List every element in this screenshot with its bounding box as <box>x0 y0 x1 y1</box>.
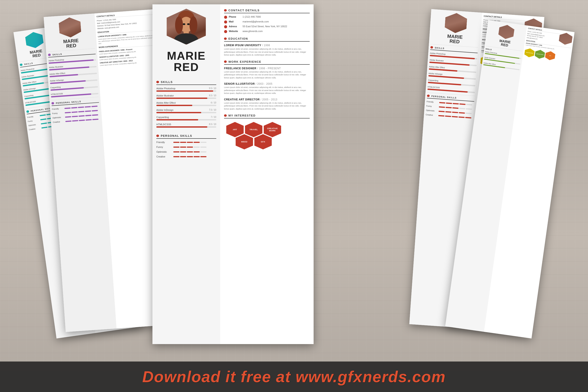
lc-ps-creative: Creative <box>53 120 64 123</box>
address-icon <box>224 25 227 28</box>
ps-row-optimistic: Optimistic <box>156 150 216 153</box>
skill-row-illustrator: Adobe Illustrator 8.5 / 10 <box>156 94 216 99</box>
rc-ps-creative: Creative <box>426 114 437 116</box>
html5-score: 8.5 / 10 <box>209 123 216 126</box>
ps-label-funny: Funny <box>156 146 172 148</box>
copywriting-score: 7 / 10 <box>211 116 216 118</box>
lc-ps-optimistic: Optimistic <box>52 116 64 119</box>
download-prefix: Download it free at <box>142 368 296 386</box>
photoshop-score: 9.5 / 10 <box>209 87 216 90</box>
ps-label-creative: Creative <box>156 155 172 158</box>
indesign-label: Adobe InDesign <box>156 109 173 111</box>
illustrator-score: 8.5 / 10 <box>209 94 216 97</box>
mail-label: Mail <box>229 20 241 23</box>
right-personal-title: PERSONAL SKILLS <box>427 94 474 102</box>
frc-int-2: CREATIVE WORK <box>534 49 545 60</box>
right-card-name: MARIERED <box>431 33 479 46</box>
download-url: www.gfxnerds.com <box>296 368 446 386</box>
skills-section: SKILLS Adobe Photoshop 9.5 / 10 Adobe Il… <box>156 80 216 130</box>
frc-int-1: CREATIVE WORK <box>524 48 535 58</box>
skill-row-photoshop: Adobe Photoshop 9.5 / 10 <box>156 87 216 92</box>
indesign-score: 7.5 / 10 <box>209 109 216 111</box>
phone-value: 1 (212) 446 7000 <box>242 16 261 18</box>
contact-section: CONTACT DETAILS Phone 1 (212) 446 7000 M… <box>224 9 310 33</box>
contact-address-row: Adress 55 East 52nd Street, New York, NY… <box>224 25 310 28</box>
skill-row-indesign: Adobe InDesign 7.5 / 10 <box>156 109 216 113</box>
ps-label-optimistic: Optimistic <box>156 150 172 153</box>
skill-row-html5: HTML5/CSS5 8.5 / 10 <box>156 123 216 128</box>
work-section: WORK EXPERIENCE FREELANCE DESIGNER / 199… <box>224 60 310 111</box>
interests-section: MY INTERESTED ART TRAVEL CREATIVE WORK W… <box>224 114 310 150</box>
address-value: 55 East 52nd Street, New York, NY 10022 <box>242 25 287 28</box>
left-card-name: MARIERED <box>47 37 95 50</box>
work-item-senior: SENIOR ILLUSRTATOR / 2003 - 2005 Lorem i… <box>224 82 310 95</box>
skills-heading: SKILLS <box>156 80 216 85</box>
resume-card-center: MARIE RED SKILLS Adobe Photoshop 9.5 / 1… <box>152 4 314 344</box>
ps-friendly: Friendly <box>27 115 38 118</box>
last-name: RED <box>167 62 206 73</box>
work-item-freelance: FREELANCE DESIGNER / 1998 - Present Lore… <box>224 67 310 80</box>
left-skills-section: SKILLS <box>48 50 96 58</box>
aftereffect-score: 6 / 10 <box>211 102 216 104</box>
edu-desc: Lorem ipsum dolor sit amet, consectetur … <box>224 48 310 56</box>
lc-ps-funny: Funny <box>52 112 63 114</box>
download-bar: Download it free at www.gfxnerds.com <box>0 362 588 392</box>
contact-website-row: Website www.gfxnerds.com <box>224 30 310 33</box>
artdir-desc: Lorem ipsum dolor sit amet, consectetur … <box>224 102 310 111</box>
edu-item-0: LOREM IPSUM UNIVERSITY / 1998 Lorem ipsu… <box>224 44 310 56</box>
interest-weed: WEED <box>236 134 253 150</box>
first-name: MARIE <box>167 50 206 62</box>
rc-ps-friendly: Friendly <box>427 100 438 103</box>
center-photo-area <box>156 9 216 45</box>
skill-row-aftereffect: Adobe After Effect 6 / 10 <box>156 102 216 106</box>
senior-title: SENIOR ILLUSRTATOR / 2003 - 2005 <box>224 82 310 85</box>
artdir-title: CREATIVE ART DIRECTOR / 2005 - 2013 <box>224 98 310 101</box>
senior-desc: Lorem ipsum dolor sit amet, consectetur … <box>224 86 310 95</box>
work-item-artdir: CREATIVE ART DIRECTOR / 2005 - 2013 Lore… <box>224 98 310 111</box>
ps-label-friendly: Friendly <box>156 141 172 144</box>
far-right-name: MARIERED <box>486 37 523 49</box>
interest-gfx: GFX <box>254 134 272 150</box>
freelance-desc: Lorem ipsum dolor sit amet, consectetur … <box>224 70 310 80</box>
personal-skills-section: PERSONAL SKILLS Friendly Funny Optimisti… <box>156 134 216 160</box>
work-heading: WORK EXPERIENCE <box>224 60 310 65</box>
ps-row-friendly: Friendly <box>156 141 216 144</box>
ps-row-funny: Funny <box>156 146 216 148</box>
edu-school: LOREM IPSUM UNIVERSITY / 1998 <box>224 44 310 47</box>
svg-point-8 <box>187 23 190 25</box>
ps-funny: Funny <box>28 119 39 122</box>
ps-optimistic: Optimistic <box>28 123 40 127</box>
rc-ps-optimistic: Optimistic <box>426 109 437 112</box>
personal-skills-heading: PERSONAL SKILLS <box>156 134 216 139</box>
contact-phone-row: Phone 1 (212) 446 7000 <box>224 16 310 19</box>
contact-heading: CONTACT DETAILS <box>224 9 310 13</box>
html5-label: HTML5/CSS5 <box>156 123 171 126</box>
ps-row-creative: Creative <box>156 155 216 158</box>
education-section: EDUCATION LOREM IPSUM UNIVERSITY / 1998 … <box>224 37 310 56</box>
lc-ps-friendly: Friendly <box>52 107 63 110</box>
rc-ps-funny: Funny <box>426 105 437 108</box>
mail-value: mariered@gfxnerds.com <box>242 20 269 23</box>
download-text: Download it free at www.gfxnerds.com <box>142 368 446 386</box>
address-label: Adress <box>229 25 241 28</box>
freelance-title: FREELANCE DESIGNER / 1998 - Present <box>224 67 310 70</box>
copywriting-label: Copywriting <box>156 116 169 118</box>
svg-point-3 <box>175 16 183 34</box>
ps-creative: Creative <box>29 127 40 131</box>
name-block: MARIE RED <box>167 50 206 73</box>
interests-heading: MY INTERESTED <box>224 114 310 118</box>
aftereffect-label: Adobe After Effect <box>156 102 176 104</box>
skill-row-copywriting: Copywriting 7 / 10 <box>156 116 216 120</box>
illustrator-label: Adobe Illustrator <box>156 94 174 97</box>
svg-point-7 <box>183 23 185 25</box>
photoshop-label: Adobe Photoshop <box>156 87 175 90</box>
phone-label: Phone <box>229 16 241 18</box>
contact-mail-row: Mail mariered@gfxnerds.com <box>224 20 310 24</box>
profile-photo-hex <box>166 9 206 45</box>
svg-point-6 <box>174 33 198 44</box>
svg-point-4 <box>190 16 197 34</box>
frc-int-3: GFX <box>545 50 556 61</box>
phone-icon <box>224 16 227 19</box>
mail-icon <box>224 20 227 24</box>
left-personal-section: PERSONAL SKILLS <box>52 99 99 106</box>
